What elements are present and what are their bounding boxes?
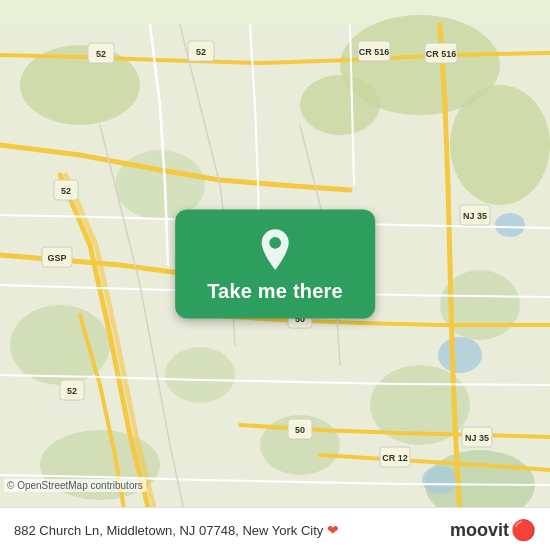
svg-text:52: 52 — [61, 186, 71, 196]
address-container: 882 Church Ln, Middletown, NJ 07748, New… — [14, 522, 339, 538]
map-container: 52 52 CR 516 CR 516 GSP 52 52 50 50 NJ 3… — [0, 0, 550, 550]
svg-point-40 — [269, 237, 281, 249]
map-attribution: © OpenStreetMap contributors — [4, 479, 146, 492]
address-text: 882 Church Ln, Middletown, NJ 07748, — [14, 523, 239, 538]
take-me-there-button[interactable]: Take me there — [207, 280, 343, 303]
city-text: New York City — [242, 523, 323, 538]
svg-point-15 — [495, 213, 525, 237]
svg-text:50: 50 — [295, 425, 305, 435]
svg-text:CR 12: CR 12 — [382, 453, 408, 463]
location-pin-icon — [253, 228, 297, 272]
svg-text:52: 52 — [67, 386, 77, 396]
svg-point-3 — [450, 85, 550, 205]
moovit-dot-icon: 🔴 — [511, 518, 536, 542]
address-line: 882 Church Ln, Middletown, NJ 07748, New… — [14, 522, 339, 538]
moovit-logo: moovit 🔴 — [450, 518, 536, 542]
svg-text:CR 516: CR 516 — [359, 47, 390, 57]
svg-point-10 — [165, 347, 235, 403]
svg-text:52: 52 — [96, 49, 106, 59]
moovit-text: moovit — [450, 520, 509, 541]
svg-text:NJ 35: NJ 35 — [463, 211, 487, 221]
svg-text:52: 52 — [196, 47, 206, 57]
heart-icon: ❤ — [327, 522, 339, 538]
svg-point-14 — [422, 466, 458, 494]
take-me-there-container: Take me there — [175, 210, 375, 319]
svg-text:GSP: GSP — [47, 253, 66, 263]
svg-point-4 — [300, 75, 380, 135]
bottom-bar: 882 Church Ln, Middletown, NJ 07748, New… — [0, 507, 550, 550]
svg-text:CR 516: CR 516 — [426, 49, 457, 59]
green-panel: Take me there — [175, 210, 375, 319]
svg-text:NJ 35: NJ 35 — [465, 433, 489, 443]
svg-point-13 — [438, 337, 482, 373]
